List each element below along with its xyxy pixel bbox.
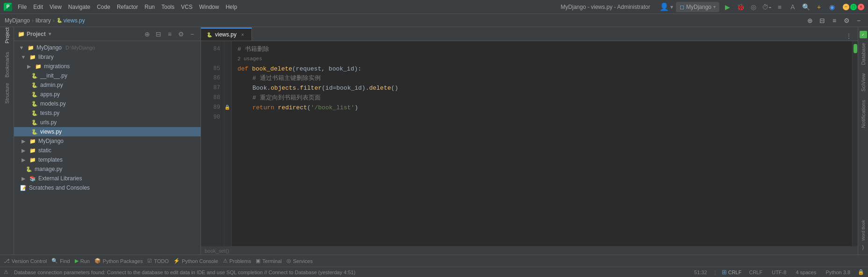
expand-all-button[interactable]: ≡ <box>830 16 839 25</box>
tree-item-apps[interactable]: 🐍 apps.py <box>14 90 201 99</box>
window-title: MyDjango - views.py - Administrator <box>561 4 650 10</box>
tree-collapse-button[interactable]: ⊟ <box>154 29 163 39</box>
breadcrumb[interactable]: MyDjango › library › 🐍 views.py <box>5 17 85 24</box>
sidebar-notifications[interactable]: Notifications <box>859 96 868 132</box>
tree-item-manage[interactable]: 🐍 manage.py <box>14 164 201 174</box>
menu-refactor[interactable]: Refactor <box>114 3 141 11</box>
tree-item-templates[interactable]: ▶ 📁 templates <box>14 155 201 164</box>
menu-code[interactable]: Code <box>94 3 113 11</box>
tree-close-button[interactable]: − <box>187 29 197 39</box>
breadcrumb-library[interactable]: library <box>36 17 51 24</box>
settings-button[interactable]: ⚙ <box>842 16 851 25</box>
close-button[interactable]: × <box>858 4 864 10</box>
tree-item-migrations[interactable]: ▶ 📁 migrations <box>14 62 201 71</box>
file-tree-content: ▼ 📁 MyDjango D:\MyDjango ▼ 📁 library ▶ 📁… <box>14 41 201 255</box>
status-services[interactable]: ◎ Services <box>285 255 315 267</box>
tree-item-tests[interactable]: 🐍 tests.py <box>14 108 201 118</box>
user-dropdown[interactable]: 👤 ▾ <box>660 2 673 11</box>
tree-item-urls[interactable]: 🐍 urls.py <box>14 118 201 127</box>
menu-bar: File Edit View Navigate Code Refactor Ru… <box>15 3 552 11</box>
status-message[interactable]: Database connection parameters found: Co… <box>14 270 687 275</box>
language-mode[interactable]: Python 3.8 <box>824 270 852 275</box>
project-panel-toggle[interactable]: Project <box>0 29 14 42</box>
editor-scrollbar[interactable] <box>852 41 858 246</box>
menu-view[interactable]: View <box>47 3 65 11</box>
status-terminal[interactable]: ▣ Terminal <box>254 255 284 267</box>
search-button[interactable]: 🔍 <box>801 2 811 12</box>
breadcrumb-actions: ⊕ ⊟ ≡ ⚙ − <box>805 16 863 25</box>
profile-dropdown[interactable]: ⏱▾ <box>761 2 772 12</box>
plugins-button[interactable]: ◉ <box>827 2 837 12</box>
breadcrumb-mydjango[interactable]: MyDjango <box>5 17 30 24</box>
folder-icon: 📁 <box>29 147 36 154</box>
tree-item-mydjango-root[interactable]: ▼ 📁 MyDjango D:\MyDjango <box>14 43 201 52</box>
menu-window[interactable]: Window <box>196 3 222 11</box>
breadcrumb-views-py[interactable]: 🐍 views.py <box>57 17 85 24</box>
tab-more-button[interactable]: ⋮ <box>844 31 854 41</box>
hide-panel-button[interactable]: − <box>854 16 863 25</box>
status-packages[interactable]: 📦 Python Packages <box>93 255 145 267</box>
line-separator[interactable]: CRLF <box>747 270 764 275</box>
structure-toggle[interactable]: Structure <box>0 87 14 100</box>
menu-tools[interactable]: Tools <box>158 3 177 11</box>
minimize-button[interactable]: − <box>843 4 849 10</box>
code-content[interactable]: # 书籍删除 2 usages def book_delete(request,… <box>232 41 852 246</box>
add-files-button[interactable]: ⊕ <box>805 16 815 25</box>
menu-navigate[interactable]: Navigate <box>65 3 93 11</box>
code-editor: 84 · 85 86 87 88 89 90 🔒 <box>201 41 858 246</box>
gutter-lock-icon: 🔒 <box>224 103 231 113</box>
translate-button[interactable]: A <box>788 2 798 12</box>
tree-item-mydjango-sub[interactable]: ▶ 📁 MyDjango <box>14 136 201 146</box>
tree-expand-button[interactable]: ≡ <box>165 29 174 39</box>
expand-icon: ▼ <box>20 53 27 61</box>
tree-item-init[interactable]: 🐍 __init__.py <box>14 71 201 80</box>
menu-file[interactable]: File <box>15 3 29 11</box>
tree-settings-button[interactable]: ⚙ <box>176 29 186 39</box>
expand-right-icon[interactable]: ⟩ <box>860 244 867 251</box>
menu-help[interactable]: Help <box>223 3 240 11</box>
tree-item-admin[interactable]: 🐍 admin.py <box>14 80 201 90</box>
tree-item-models[interactable]: 🐍 models.py <box>14 99 201 108</box>
tree-add-button[interactable]: ⊕ <box>143 29 152 39</box>
services-icon: ◎ <box>287 258 291 264</box>
status-vcs[interactable]: ⎇ Version Control <box>2 255 49 267</box>
status-console[interactable]: ⚡ Python Console <box>172 255 220 267</box>
editor-gutter: 🔒 <box>224 41 232 246</box>
main-area: Project Bookmarks Structure 📁 Project ▾ … <box>0 27 868 255</box>
notification-button[interactable]: + <box>814 2 824 12</box>
indent-setting[interactable]: 4 spaces <box>794 270 818 275</box>
python-icon: 🐍 <box>25 165 33 173</box>
status-problems[interactable]: ⚠ Problems <box>221 255 253 267</box>
sidebar-database[interactable]: Database <box>859 39 868 69</box>
tab-actions: ⋮ <box>844 31 858 41</box>
maximize-button[interactable]: □ <box>850 4 857 10</box>
debug-button[interactable]: 🐞 <box>735 2 746 12</box>
status-find[interactable]: 🔍 Find <box>50 255 72 267</box>
status-todo[interactable]: ☑ TODO <box>145 255 171 267</box>
tree-item-external-libs[interactable]: ▶ 📚 External Libraries <box>14 174 201 183</box>
sidebar-wordbook[interactable]: Word Book <box>860 218 867 242</box>
left-gutter: Project Bookmarks Structure <box>0 27 14 255</box>
tab-views-py[interactable]: 🐍 views.py × <box>201 28 252 41</box>
tree-item-views[interactable]: 🐍 views.py <box>14 127 201 136</box>
coverage-button[interactable]: ◎ <box>748 2 759 12</box>
cursor-position[interactable]: 51:32 <box>692 270 709 275</box>
code-line-85: def book_delete(request, book_id): <box>237 64 846 74</box>
menu-run[interactable]: Run <box>142 3 158 11</box>
bookmarks-toggle[interactable]: Bookmarks <box>0 58 14 71</box>
tree-item-static[interactable]: ▶ 📁 static <box>14 146 201 155</box>
tree-item-library[interactable]: ▼ 📁 library <box>14 52 201 62</box>
tree-item-scratches[interactable]: 📝 Scratches and Consoles <box>14 183 201 192</box>
tab-close-views[interactable]: × <box>239 31 246 38</box>
menu-vcs[interactable]: VCS <box>178 3 195 11</box>
menu-edit[interactable]: Edit <box>30 3 46 11</box>
encoding[interactable]: UTF-8 <box>770 270 788 275</box>
run-config-dropdown[interactable]: ◻ MyDjango ▾ <box>676 2 719 12</box>
sidebar-sciview[interactable]: SciView <box>859 70 868 95</box>
git-branch-area[interactable]: ⊞ CRLF <box>722 269 742 276</box>
stop-button[interactable]: ■ <box>775 2 785 12</box>
todo-icon: ☑ <box>147 258 152 264</box>
run-button[interactable]: ▶ <box>722 2 732 12</box>
status-run[interactable]: ▶ Run <box>73 255 92 267</box>
collapse-all-button[interactable]: ⊟ <box>818 16 827 25</box>
